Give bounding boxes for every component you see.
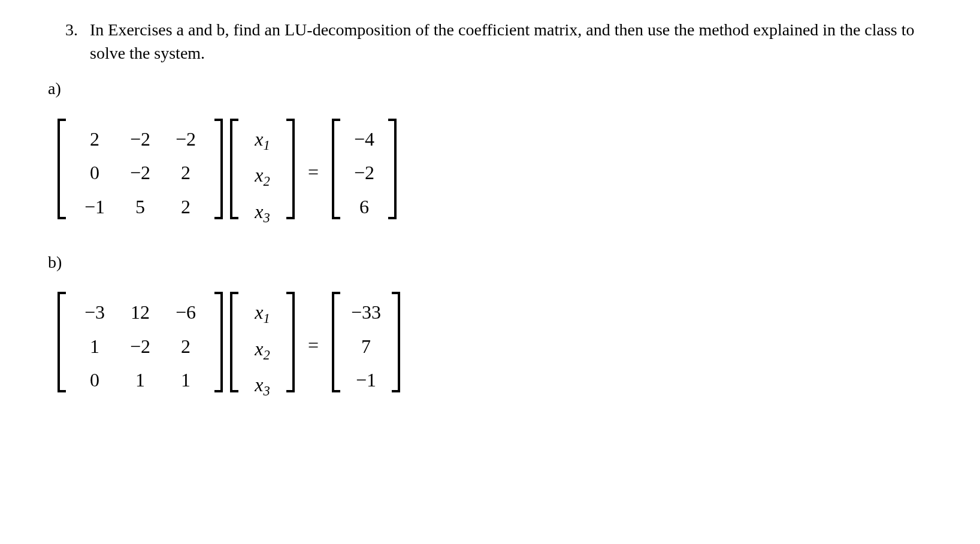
matrix-cell: 0 <box>72 363 117 397</box>
vector-cell: −1 <box>348 363 384 397</box>
vector-cell: x1 <box>244 122 280 159</box>
matrix-cell: −2 <box>117 330 163 364</box>
matrix-cell: 1 <box>117 363 163 397</box>
vector-cell: −4 <box>346 122 382 156</box>
vector-b-b: −33 7 −1 <box>332 292 400 400</box>
matrix-cell: −3 <box>72 295 117 330</box>
vector-cell: −2 <box>346 156 382 190</box>
problem-text: In Exercises a and b, find an LU-decompo… <box>90 18 926 65</box>
part-b-label: b) <box>48 250 932 274</box>
problem-block: 3. In Exercises a and b, find an LU-deco… <box>48 18 932 400</box>
vector-a-b: −4 −2 6 <box>332 119 397 226</box>
vector-b-x: x1 x2 x3 <box>230 292 295 400</box>
matrix-cell: 5 <box>117 190 163 224</box>
matrix-cell: −2 <box>163 122 208 156</box>
equation-a: 2 −2 −2 0 −2 2 −1 5 2 x <box>54 119 932 226</box>
part-a-label: a) <box>48 77 932 100</box>
vector-cell: x1 <box>244 295 280 332</box>
equals-sign: = <box>308 332 319 359</box>
matrix-cell: −2 <box>117 122 163 156</box>
vector-cell: x3 <box>244 195 280 231</box>
matrix-a-coefficient: 2 −2 −2 0 −2 2 −1 5 2 <box>58 119 223 226</box>
matrix-cell: −2 <box>117 156 163 190</box>
matrix-cell: −6 <box>163 295 208 330</box>
matrix-cell: 2 <box>163 156 208 190</box>
problem-number: 3. <box>48 18 78 65</box>
matrix-cell: 2 <box>163 190 208 224</box>
matrix-cell: 12 <box>117 295 163 330</box>
matrix-cell: 2 <box>72 122 117 156</box>
vector-cell: x2 <box>244 332 280 368</box>
matrix-cell: 1 <box>72 330 117 364</box>
equation-b: −3 12 −6 1 −2 2 0 1 1 x <box>54 292 932 400</box>
matrix-cell: 0 <box>72 156 117 190</box>
matrix-cell: −1 <box>72 190 117 224</box>
equals-sign: = <box>308 159 319 186</box>
matrix-cell: 1 <box>163 363 208 397</box>
matrix-b-coefficient: −3 12 −6 1 −2 2 0 1 1 <box>58 292 223 400</box>
vector-cell: 6 <box>346 190 382 224</box>
matrix-cell: 2 <box>163 330 208 364</box>
vector-a-x: x1 x2 x3 <box>230 119 295 226</box>
vector-cell: x3 <box>244 368 280 404</box>
vector-cell: −33 <box>346 295 386 330</box>
vector-cell: 7 <box>348 330 384 364</box>
vector-cell: x2 <box>244 158 280 195</box>
